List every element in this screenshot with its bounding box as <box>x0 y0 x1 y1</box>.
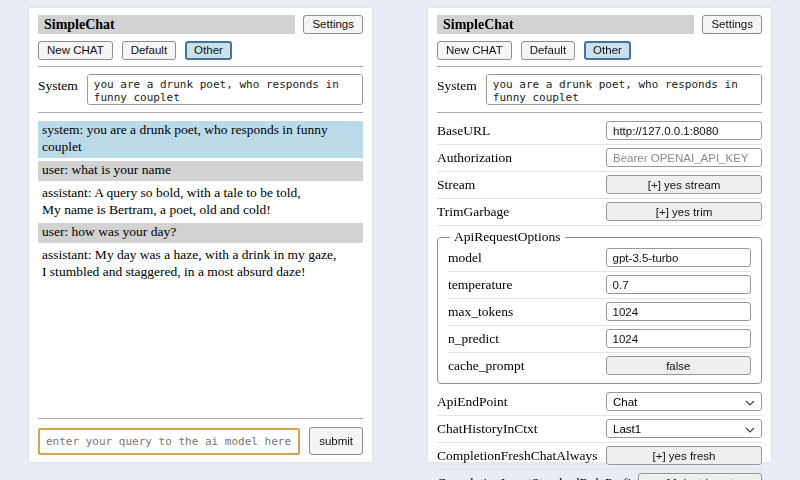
session-toolbar: New CHAT Default Other <box>38 41 363 60</box>
app-title: SimpleChat <box>437 15 694 34</box>
divider <box>38 112 363 113</box>
system-prompt-row: System you are a drunk poet, who respond… <box>38 74 363 105</box>
completion-fresh-toggle-button[interactable]: [+] yes fresh <box>606 446 762 465</box>
setting-label: Stream <box>437 177 475 193</box>
chat-message: system: you are a drunk poet, who respon… <box>38 121 363 158</box>
spacer <box>38 286 363 412</box>
chevron-down-icon <box>745 423 755 435</box>
selected-option: Chat <box>613 396 637 408</box>
divider <box>38 66 363 67</box>
trimgarbage-toggle-button[interactable]: [+] yes trim <box>606 202 762 221</box>
setting-row-max-tokens: max_tokens <box>448 299 751 326</box>
setting-label: ChatHistoryInCtxt <box>437 421 538 437</box>
cache-prompt-toggle-button[interactable]: false <box>606 356 751 375</box>
divider <box>437 66 762 67</box>
model-input[interactable] <box>606 248 751 267</box>
setting-label: TrimGarbage <box>437 204 509 220</box>
chathistoryinctxt-select[interactable]: Last1 <box>606 419 762 438</box>
query-row: submit <box>38 427 363 455</box>
new-chat-button[interactable]: New CHAT <box>38 41 113 60</box>
setting-label: cache_prompt <box>448 358 524 374</box>
session-button-other[interactable]: Other <box>584 41 631 60</box>
chat-log: system: you are a drunk poet, who respon… <box>38 121 363 286</box>
chat-message: assistant: My day was a haze, with a dri… <box>38 246 363 283</box>
setting-row-cache-prompt: cache_prompt false <box>448 353 751 379</box>
max-tokens-input[interactable] <box>606 302 751 321</box>
authorization-input[interactable] <box>606 148 762 167</box>
setting-row-stream: Stream [+] yes stream <box>437 172 762 199</box>
api-request-options-fieldset: ApiRequestOptions model temperature max_… <box>437 229 762 384</box>
completion-insert-toggle-button[interactable]: [-] dont insert <box>638 473 762 480</box>
setting-label: BaseURL <box>437 123 490 139</box>
temperature-input[interactable] <box>606 275 751 294</box>
query-textarea[interactable] <box>38 428 300 455</box>
session-button-default[interactable]: Default <box>521 41 575 60</box>
selected-option: Last1 <box>613 423 641 435</box>
settings-button[interactable]: Settings <box>702 15 762 34</box>
setting-label: max_tokens <box>448 304 513 320</box>
setting-label: CompletionInsertStandardRolePrefix <box>437 475 638 480</box>
system-prompt-row: System you are a drunk poet, who respond… <box>437 74 762 105</box>
chat-panel: SimpleChat Settings New CHAT Default Oth… <box>29 8 372 462</box>
chat-message: user: what is your name <box>38 161 363 181</box>
setting-row-apiendpoint: ApiEndPoint Chat <box>437 389 762 416</box>
setting-label: CompletionFreshChatAlways <box>437 448 598 464</box>
setting-row-completion-insert: CompletionInsertStandardRolePrefix [-] d… <box>437 470 762 480</box>
setting-row-n-predict: n_predict <box>448 326 751 353</box>
setting-row-chathistoryinctxt: ChatHistoryInCtxt Last1 <box>437 416 762 443</box>
setting-label: Authorization <box>437 150 512 166</box>
divider <box>38 418 363 419</box>
divider <box>437 112 762 113</box>
n-predict-input[interactable] <box>606 329 751 348</box>
setting-row-baseurl: BaseURL <box>437 118 762 145</box>
settings-panel: SimpleChat Settings New CHAT Default Oth… <box>428 8 771 462</box>
new-chat-button[interactable]: New CHAT <box>437 41 512 60</box>
chat-message: user: how was your day? <box>38 223 363 243</box>
setting-label: ApiEndPoint <box>437 394 508 410</box>
fieldset-legend: ApiRequestOptions <box>450 229 565 245</box>
setting-row-trimgarbage: TrimGarbage [+] yes trim <box>437 199 762 226</box>
chevron-down-icon <box>745 396 755 408</box>
session-button-default[interactable]: Default <box>122 41 176 60</box>
baseurl-input[interactable] <box>606 121 762 140</box>
chat-message: assistant: A query so bold, with a tale … <box>38 184 363 221</box>
setting-label: temperature <box>448 277 512 293</box>
app-title: SimpleChat <box>38 15 295 34</box>
session-button-other[interactable]: Other <box>185 41 232 60</box>
session-toolbar: New CHAT Default Other <box>437 41 762 60</box>
setting-label: model <box>448 250 482 266</box>
stream-toggle-button[interactable]: [+] yes stream <box>606 175 762 194</box>
settings-button[interactable]: Settings <box>303 15 363 34</box>
setting-row-model: model <box>448 245 751 272</box>
header: SimpleChat Settings <box>38 15 363 34</box>
system-prompt-textarea[interactable]: you are a drunk poet, who responds in fu… <box>87 74 363 105</box>
setting-row-temperature: temperature <box>448 272 751 299</box>
system-prompt-label: System <box>38 74 78 94</box>
system-prompt-textarea[interactable]: you are a drunk poet, who responds in fu… <box>486 74 762 105</box>
setting-row-completion-fresh: CompletionFreshChatAlways [+] yes fresh <box>437 443 762 470</box>
submit-button[interactable]: submit <box>309 427 363 455</box>
system-prompt-label: System <box>437 74 477 94</box>
apiendpoint-select[interactable]: Chat <box>606 392 762 411</box>
setting-label: n_predict <box>448 331 499 347</box>
setting-row-authorization: Authorization <box>437 145 762 172</box>
header: SimpleChat Settings <box>437 15 762 34</box>
